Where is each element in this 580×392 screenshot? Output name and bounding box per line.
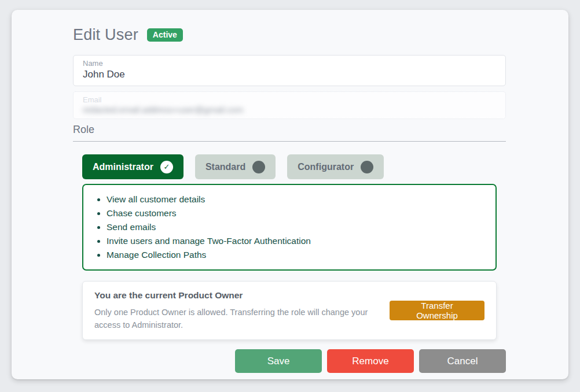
permission-item: View all customer details [107, 193, 484, 206]
name-field-value: John Doe [83, 68, 496, 81]
status-badge: Active [147, 28, 183, 42]
permission-item: Chase customers [107, 206, 484, 220]
product-owner-description: Only one Product Owner is allowed. Trans… [94, 306, 390, 331]
product-owner-notice: You are the current Product Owner Only o… [82, 281, 497, 340]
cancel-button[interactable]: Cancel [419, 349, 506, 373]
unselected-dot-icon [361, 161, 373, 173]
edit-user-form: Edit User Active Name John Doe Email red… [12, 10, 568, 373]
product-owner-text: You are the current Product Owner Only o… [94, 290, 390, 331]
unselected-dot-icon [252, 161, 265, 173]
form-actions: Save Remove Cancel [73, 349, 506, 373]
remove-button[interactable]: Remove [327, 349, 414, 373]
permission-item: Manage Collection Paths [107, 248, 484, 262]
check-circle-icon: ✓ [160, 161, 173, 173]
role-option-administrator[interactable]: Administrator ✓ [82, 154, 183, 179]
name-field[interactable]: Name John Doe [73, 55, 506, 86]
transfer-ownership-button[interactable]: Transfer Ownership [390, 301, 484, 320]
role-option-configurator[interactable]: Configurator [287, 154, 384, 179]
email-field-value-redacted: redacted.email.address+user@gmail.com [83, 105, 496, 115]
email-field-label: Email [83, 95, 496, 105]
name-field-label: Name [83, 59, 496, 68]
permission-item: Send emails [107, 220, 484, 234]
title-row: Edit User Active [73, 26, 506, 44]
email-field: Email redacted.email.address+user@gmail.… [73, 91, 506, 119]
edit-user-card: Edit User Active Name John Doe Email red… [12, 10, 568, 379]
role-option-label: Administrator [93, 162, 153, 172]
permissions-list: View all customer details Chase customer… [107, 193, 484, 262]
permission-item: Invite users and manage Two-Factor Authe… [107, 234, 484, 248]
product-owner-title: You are the current Product Owner [94, 290, 390, 301]
role-option-label: Standard [205, 162, 245, 172]
role-option-label: Configurator [298, 162, 354, 172]
role-section-label: Role [73, 124, 506, 142]
page-title: Edit User [73, 26, 138, 44]
role-options: Administrator ✓ Standard Configurator [82, 154, 497, 179]
role-permissions-box: View all customer details Chase customer… [82, 184, 497, 271]
role-option-standard[interactable]: Standard [195, 154, 276, 179]
save-button[interactable]: Save [235, 349, 322, 373]
